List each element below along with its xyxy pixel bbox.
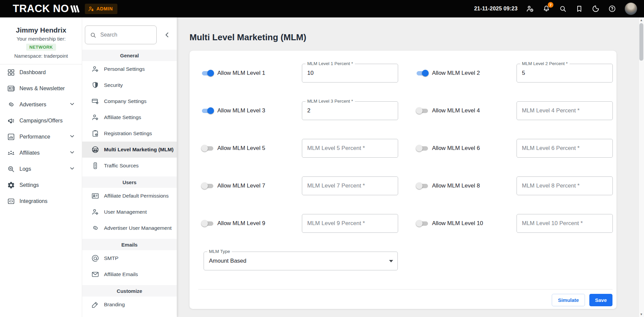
menu-item-affiliate-emails[interactable]: Affiliate Emails	[82, 266, 177, 282]
menu-item-branding[interactable]: Branding	[82, 297, 177, 313]
bookmark-button[interactable]	[575, 5, 583, 13]
mlm-level-6-group: Allow MLM Level 6	[416, 139, 613, 158]
bell-button[interactable]: 7	[542, 5, 550, 13]
scrollbar-down-arrow[interactable]: ▼	[639, 312, 644, 317]
chevron-down-icon	[69, 149, 77, 157]
menu-item-security[interactable]: Security	[82, 77, 177, 93]
allow-mlm-level-4-toggle[interactable]	[416, 107, 429, 114]
mlm-level-row: Allow MLM Level 1MLM Level 1 Percent *Al…	[190, 64, 616, 83]
sidebar-item-settings[interactable]: Settings	[0, 177, 82, 193]
help-button[interactable]	[608, 5, 616, 13]
allow-mlm-level-2-toggle[interactable]	[416, 70, 429, 76]
simulate-button[interactable]: Simulate	[552, 294, 585, 306]
card-gear-icon	[91, 97, 99, 105]
menu-item-affiliate-default-permissions[interactable]: Affiliate Default Permissions	[82, 188, 177, 204]
save-button[interactable]: Save	[589, 294, 612, 306]
field-floating-label: MLM Level 1 Percent *	[306, 61, 355, 66]
mlm-level-2-percent-input[interactable]	[517, 64, 612, 82]
sidebar-item-news-newsletter[interactable]: News & Newsletter	[0, 81, 82, 97]
toggle-cell	[416, 70, 432, 76]
dropdown-caret-icon	[389, 260, 393, 262]
menu-item-label: Registration Settings	[104, 130, 152, 137]
scrollbar-thumb[interactable]	[639, 23, 643, 61]
sidebar-item-logs[interactable]: Logs	[0, 161, 82, 177]
menu-section-header: Emails	[82, 239, 177, 250]
menu-item-label: Affiliate Default Permissions	[104, 193, 169, 199]
menu-item-multi-level-marketing-mlm-[interactable]: Multi Level Marketing (MLM)	[82, 142, 177, 158]
allow-mlm-level-5-toggle[interactable]	[201, 145, 214, 152]
mlm-level-3-percent-input[interactable]	[302, 102, 398, 120]
allow-mlm-level-8-toggle[interactable]	[416, 182, 429, 189]
allow-mlm-level-7-toggle[interactable]	[201, 182, 214, 189]
sidebar-item-performance[interactable]: Performance	[0, 129, 82, 145]
menu-item-advertiser-user-management[interactable]: Advertiser User Management	[82, 220, 177, 236]
menu-item-company-settings[interactable]: Company Settings	[82, 93, 177, 109]
mlm-type-select[interactable]: MLM Type Amount Based	[204, 252, 398, 270]
admin-badge-label: ADMIN	[97, 6, 113, 11]
mlm-level-1-percent-input[interactable]	[302, 64, 398, 82]
dashboard-icon	[7, 68, 15, 76]
handshake-icon	[7, 101, 15, 109]
sidebar-item-campaigns-offers[interactable]: Campaigns/Offers	[0, 113, 82, 129]
toggle-thumb	[422, 70, 429, 76]
search-button[interactable]	[559, 5, 567, 13]
user-clock-button[interactable]	[526, 5, 534, 13]
mlm-level-4-percent-input[interactable]	[517, 102, 612, 120]
search-icon	[559, 5, 567, 13]
sidebar-item-dashboard[interactable]: Dashboard	[0, 64, 82, 81]
logs-icon	[7, 165, 15, 173]
menu-item-label: Branding	[104, 302, 125, 308]
allow-mlm-level-3-toggle[interactable]	[201, 107, 214, 114]
menu-item-user-management[interactable]: User Management	[82, 204, 177, 220]
toggle-cell	[201, 70, 217, 76]
allow-mlm-level-6-toggle[interactable]	[416, 145, 429, 152]
mlm-level-8-percent-input[interactable]	[517, 177, 612, 195]
sidebar-item-label: News & Newsletter	[19, 86, 65, 92]
bookmark-icon	[575, 5, 583, 13]
allow-mlm-level-5-label: Allow MLM Level 5	[217, 145, 302, 152]
menu-item-translation-management[interactable]: Translation Management	[82, 313, 177, 317]
toggle-cell	[201, 220, 217, 227]
mlm-level-5-percent-input[interactable]	[302, 139, 398, 157]
menu-item-traffic-sources[interactable]: Traffic Sources	[82, 158, 177, 174]
page-title: Multi Level Marketing (MLM)	[190, 32, 638, 43]
allow-mlm-level-1-toggle[interactable]	[201, 70, 214, 76]
mlm-level-7-percent-input[interactable]	[302, 177, 398, 195]
app-logo[interactable]: TRACK NO	[13, 3, 79, 15]
toggle-cell	[416, 107, 432, 114]
sidebar-item-label: Integrations	[19, 198, 48, 204]
mlm-level-3-percent-field: MLM Level 3 Percent *	[302, 101, 398, 120]
pen-icon	[91, 301, 99, 309]
integrations-icon	[7, 197, 15, 205]
toggle-cell	[201, 182, 217, 189]
sidebar-item-affiliates[interactable]: Affiliates	[0, 145, 82, 161]
moon-button[interactable]	[592, 5, 600, 13]
sidebar-item-integrations[interactable]: Integrations	[0, 193, 82, 209]
mlm-level-9-percent-input[interactable]	[302, 214, 398, 232]
toggle-cell	[201, 145, 217, 152]
menu-item-personal-settings[interactable]: Personal Settings	[82, 61, 177, 77]
left-sidebar: Jimmy Hendrix Your membership tier: NETW…	[0, 17, 82, 317]
toggle-thumb	[416, 145, 423, 152]
allow-mlm-level-9-toggle[interactable]	[201, 220, 214, 227]
toggle-thumb	[201, 220, 208, 227]
logo-w-icon	[70, 5, 79, 13]
collapse-panel-button[interactable]	[163, 31, 171, 39]
mlm-level-8-percent-field	[517, 176, 613, 195]
scrollbar-up-arrow[interactable]: ▲	[639, 17, 644, 23]
news-icon	[7, 85, 15, 93]
mlm-level-9-group: Allow MLM Level 9	[201, 214, 398, 233]
sidebar-item-advertisers[interactable]: Advertisers	[0, 97, 82, 113]
menu-item-smtp[interactable]: SMTP	[82, 250, 177, 266]
avatar[interactable]	[625, 2, 637, 15]
menu-item-affiliate-settings[interactable]: Affiliate Settings	[82, 109, 177, 125]
mlm-level-10-percent-input[interactable]	[517, 214, 612, 232]
allow-mlm-level-10-toggle[interactable]	[416, 220, 429, 227]
sidebar-item-label: Campaigns/Offers	[19, 118, 63, 124]
settings-search-input[interactable]	[100, 32, 151, 38]
mlm-level-row: Allow MLM Level 3MLM Level 3 Percent *Al…	[190, 101, 616, 120]
mlm-level-6-percent-input[interactable]	[517, 139, 612, 157]
page-scrollbar[interactable]: ▲ ▼	[638, 17, 644, 317]
menu-item-label: User Management	[104, 209, 147, 215]
menu-item-registration-settings[interactable]: Registration Settings	[82, 125, 177, 142]
